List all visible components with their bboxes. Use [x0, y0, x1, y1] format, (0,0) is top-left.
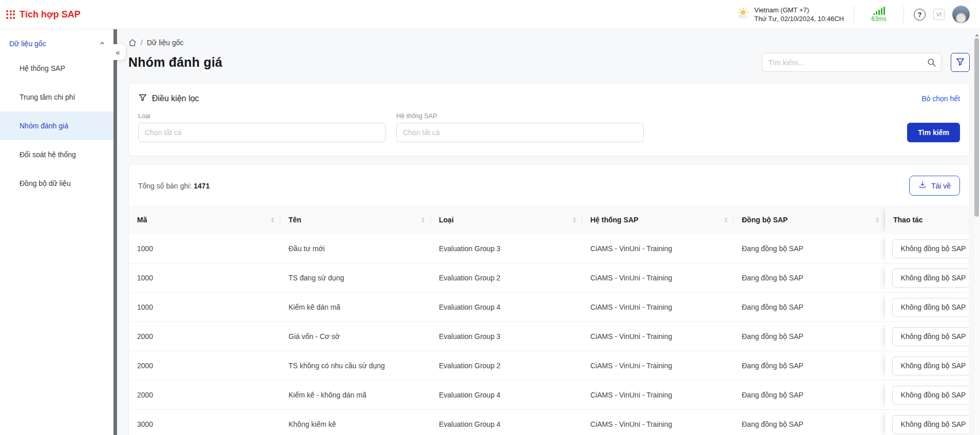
- main-content: « / Dữ liệu gốc Nhóm đánh giá: [113, 29, 980, 435]
- sidebar-item-1[interactable]: Trung tâm chi phí: [0, 83, 113, 111]
- filter-field-he-thong-sap: Hệ thống SAP: [396, 112, 644, 142]
- datetime-label: Thứ Tư, 02/10/2024, 10:46CH: [754, 14, 844, 23]
- field-label: Hệ thống SAP: [396, 112, 644, 120]
- action-cell: Không đồng bộ SAP: [885, 263, 969, 292]
- table-cell: Đầu tư mới: [280, 244, 431, 253]
- field-label: Loại: [138, 112, 386, 120]
- sun-cloud-icon: [736, 7, 750, 22]
- column-header-3[interactable]: Hệ thống SAP: [582, 205, 734, 234]
- column-header-0[interactable]: Mã: [129, 205, 280, 234]
- table-cell: Kiểm kê dán mã: [280, 303, 431, 311]
- table-row-5: 2000Kiểm kê - không dán mãEvaluation Gro…: [129, 381, 969, 410]
- table-cell: CiAMS - VinUni - Training: [582, 420, 734, 428]
- column-header-label: Loại: [439, 216, 454, 224]
- unsync-sap-button[interactable]: Không đồng bộ SAP: [892, 356, 970, 375]
- table-cell: CiAMS - VinUni - Training: [582, 244, 734, 253]
- sidebar-item-4[interactable]: Đồng bộ dữ liệu: [0, 169, 113, 198]
- scroll-up-arrow-icon[interactable]: [975, 32, 979, 36]
- search-input[interactable]: [762, 53, 941, 72]
- table-cell: 3000: [129, 420, 280, 428]
- header-divider: [904, 6, 904, 23]
- column-header-4[interactable]: Đồng bộ SAP: [734, 205, 885, 234]
- unsync-sap-button[interactable]: Không đồng bộ SAP: [892, 327, 970, 346]
- sort-icon[interactable]: [271, 217, 274, 223]
- sort-icon[interactable]: [573, 217, 576, 223]
- table-cell: 2000: [129, 362, 280, 370]
- header-divider: [854, 6, 854, 23]
- table-cell: Đang đồng bộ SAP: [734, 332, 885, 341]
- funnel-icon: [955, 57, 965, 68]
- breadcrumb-separator: /: [141, 39, 143, 47]
- home-icon[interactable]: [128, 39, 137, 47]
- scrollbar-thumb[interactable]: [974, 38, 979, 217]
- sidebar-item-0[interactable]: Hệ thống SAP: [0, 54, 113, 83]
- search-icon[interactable]: [927, 58, 936, 69]
- table-cell: 1000: [129, 303, 280, 311]
- sidebar-scrollbar[interactable]: [113, 29, 117, 435]
- loai-select[interactable]: [138, 123, 386, 142]
- sidebar-menu: Hệ thống SAPTrung tâm chi phíNhóm đánh g…: [0, 54, 113, 198]
- records-panel: Tổng số bản ghi:1471 Tải về MãTênLoạiHệ …: [128, 164, 970, 435]
- table-cell: Evaluation Group 2: [431, 274, 582, 282]
- table-row-3: 2000Giá vốn - Cơ sởEvaluation Group 3CiA…: [129, 322, 969, 351]
- download-button[interactable]: Tải về: [909, 176, 960, 196]
- column-header-1[interactable]: Tên: [280, 205, 431, 234]
- search-box: [762, 53, 941, 72]
- download-icon: [918, 181, 927, 191]
- action-cell: Không đồng bộ SAP: [885, 381, 969, 409]
- sidebar-item-3[interactable]: Đối soát hệ thống: [0, 140, 113, 169]
- action-cell: Không đồng bộ SAP: [885, 351, 969, 380]
- signal-bars-icon: [873, 6, 885, 15]
- table-cell: Đang đồng bộ SAP: [734, 303, 885, 311]
- funnel-icon: [138, 93, 147, 104]
- table-cell: CiAMS - VinUni - Training: [582, 362, 734, 370]
- sidebar-item-label: Trung tâm chi phí: [20, 93, 75, 101]
- table-cell: Giá vốn - Cơ sở: [280, 332, 431, 341]
- network-status: 63ms: [864, 6, 894, 23]
- table-cell: 2000: [129, 332, 280, 341]
- column-header-2[interactable]: Loại: [431, 205, 582, 234]
- page-scrollbar[interactable]: [973, 29, 980, 435]
- table-cell: Evaluation Group 4: [431, 303, 582, 311]
- table-row-2: 1000Kiểm kê dán mãEvaluation Group 4CiAM…: [129, 293, 969, 322]
- unsync-sap-button[interactable]: Không đồng bộ SAP: [892, 298, 970, 317]
- table-cell: CiAMS - VinUni - Training: [582, 303, 734, 311]
- table-cell: Không kiểm kê: [280, 420, 431, 428]
- breadcrumb-current[interactable]: Dữ liệu gốc: [147, 39, 184, 47]
- user-avatar[interactable]: [952, 6, 970, 23]
- table-cell: Đang đồng bộ SAP: [734, 274, 885, 282]
- table-cell: Evaluation Group 4: [431, 391, 582, 399]
- unsync-sap-button[interactable]: Không đồng bộ SAP: [892, 386, 970, 405]
- sort-icon[interactable]: [876, 217, 879, 223]
- total-records-value: 1471: [194, 182, 209, 190]
- weather-widget: Vietnam (GMT +7) Thứ Tư, 02/10/2024, 10:…: [736, 6, 844, 23]
- language-selector[interactable]: VI: [933, 9, 945, 20]
- column-header-label: Đồng bộ SAP: [742, 216, 787, 224]
- action-cell: Không đồng bộ SAP: [885, 410, 969, 435]
- sidebar-item-2[interactable]: Nhóm đánh giá: [0, 111, 113, 140]
- sort-icon[interactable]: [724, 217, 727, 223]
- sort-icon[interactable]: [421, 217, 425, 223]
- unsync-sap-button[interactable]: Không đồng bộ SAP: [892, 239, 970, 258]
- total-records-label: Tổng số bản ghi:: [138, 182, 191, 190]
- unsync-sap-button[interactable]: Không đồng bộ SAP: [892, 269, 970, 288]
- app-logo[interactable]: Tích hợp SAP: [6, 9, 81, 20]
- help-button[interactable]: ?: [914, 9, 926, 21]
- table-cell: TS đang sử dụng: [280, 274, 431, 282]
- filter-toggle-button[interactable]: [951, 53, 970, 72]
- he-thong-sap-select[interactable]: [396, 123, 644, 142]
- download-label: Tải về: [931, 182, 951, 190]
- table-cell: Đang đồng bộ SAP: [734, 244, 885, 253]
- breadcrumb: / Dữ liệu gốc: [128, 37, 970, 48]
- clear-all-link[interactable]: Bỏ chọn hết: [921, 94, 960, 103]
- table-cell: Đang đồng bộ SAP: [734, 420, 885, 428]
- double-chevron-left-icon: «: [116, 48, 120, 56]
- sidebar-group-du-lieu-goc[interactable]: Dữ liệu gốc: [0, 34, 113, 54]
- sidebar-collapse-button[interactable]: «: [113, 44, 126, 60]
- unsync-sap-button[interactable]: Không đồng bộ SAP: [892, 415, 970, 434]
- sidebar-item-label: Nhóm đánh giá: [20, 122, 68, 130]
- table-row-6: 3000Không kiểm kêEvaluation Group 4CiAMS…: [129, 410, 969, 435]
- table-body: 1000Đầu tư mớiEvaluation Group 3CiAMS - …: [129, 234, 969, 435]
- sidebar-item-label: Hệ thống SAP: [20, 64, 65, 72]
- filter-search-button[interactable]: Tìm kiếm: [907, 123, 960, 142]
